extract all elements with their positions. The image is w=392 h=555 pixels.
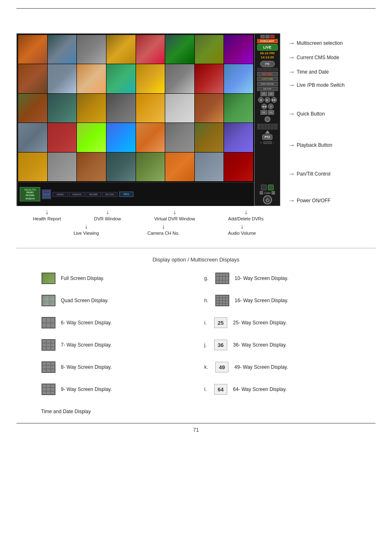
- camera-cell: [106, 94, 136, 123]
- icon-quad-inner: [42, 295, 55, 306]
- iris-entry: IRIS: [119, 192, 134, 197]
- close-btn[interactable]: [270, 35, 274, 38]
- dvr-wrapper: HEALTH DEMO80339B002BA9 DEMO: [16, 33, 280, 206]
- volume-knob[interactable]: [265, 116, 270, 122]
- camera-cell: [106, 35, 136, 64]
- camera-cell: [77, 123, 106, 152]
- letter-49: k.: [204, 364, 208, 370]
- arrow-camera: ↓: [162, 223, 165, 230]
- bottom-labels-row2: ↓ Live Viewing ↓ Camera CH No. ↓ Audio V…: [16, 223, 280, 236]
- label-livepb: Live /PB mode Switch: [297, 82, 345, 88]
- camera-cell: [106, 153, 136, 181]
- arrow-virtual: ↓: [173, 208, 176, 216]
- bl-audio: ↓ Audio Volume: [228, 223, 256, 236]
- live-button[interactable]: LIVE: [257, 44, 278, 51]
- section-divider: [16, 248, 376, 248]
- ptz-slider[interactable]: [263, 141, 272, 144]
- camera-cell: [48, 123, 77, 152]
- label-pantilt: Pan/Tilt Control: [297, 171, 330, 177]
- label-quad: Quad Screen Display.: [61, 298, 108, 303]
- camera-cell: [136, 123, 165, 152]
- display-options-right: g. 10- Way Screen Display. h.: [204, 271, 351, 404]
- badge-64: 64: [214, 384, 227, 395]
- arrow-power: →: [288, 197, 295, 204]
- status-00339b: 00339B: [85, 192, 101, 197]
- play-btn[interactable]: ▶: [265, 97, 270, 103]
- cam-minus[interactable]: −: [260, 191, 263, 194]
- camera-cell: [224, 35, 253, 64]
- page-container: HEALTH DEMO80339B002BA9 DEMO: [0, 0, 392, 449]
- status-00cda: 00 CDA: [102, 192, 118, 197]
- camera-cell: [165, 94, 194, 123]
- icon-six-inner: [42, 317, 55, 328]
- annotation-multiscreen: → Multiscreen selection: [288, 39, 343, 47]
- label-cms: Current CMS Mode: [297, 55, 339, 60]
- setup-button[interactable]: SETUP: [257, 87, 278, 91]
- camera-cell: [18, 123, 47, 152]
- power-button[interactable]: ⏻: [263, 195, 272, 204]
- ptz-plus[interactable]: +: [260, 141, 262, 145]
- icon-full: [41, 271, 56, 286]
- cam-plus[interactable]: +: [272, 191, 275, 194]
- arrow-livepb: →: [288, 81, 295, 89]
- camera-cell: [165, 64, 194, 93]
- health-box: HEALTH DEMO80339B002BA9: [20, 187, 40, 201]
- window-controls: [256, 35, 279, 38]
- camera-cell: [106, 123, 136, 152]
- next-btn[interactable]: ▶▶: [271, 97, 277, 103]
- bl-adddelete: ↓ Add/Delete DVRs: [228, 208, 263, 221]
- ptz-area: PTZ + −: [260, 130, 274, 145]
- bl-dvr: ↓ DVR Window: [94, 208, 121, 221]
- page-number: 71: [16, 427, 376, 433]
- osd-button[interactable]: OSD MODE: [257, 82, 278, 86]
- display-options-grid: Full Screen Display. Quad Screen Display…: [16, 271, 376, 404]
- label-25: 25- Way Screen Display.: [233, 320, 287, 326]
- label-power: Power ON/OFF: [297, 198, 331, 204]
- display-nine: 9- Way Screen Display.: [41, 382, 188, 397]
- prev-btn[interactable]: ◀: [258, 97, 264, 103]
- power-icon-2: [268, 185, 274, 190]
- display-quad: Quad Screen Display.: [41, 293, 188, 308]
- camera-cell: [18, 35, 47, 64]
- camera-cell: [106, 64, 136, 93]
- time-date-display-label: Time and Date Display: [41, 409, 91, 414]
- label-ten: 10- Way Screen Display.: [235, 275, 288, 281]
- playback-buttons: ◀ ▶ ▶▶ ◀◀ ⏸: [256, 97, 279, 109]
- display-options-section: Display option / Multiscreen Displays Fu…: [16, 257, 376, 415]
- rew-btn[interactable]: ◀◀: [261, 104, 267, 109]
- camera-cell: [48, 64, 77, 93]
- letter-ten: g.: [204, 275, 208, 281]
- display-thirtysix: j. 36 36- Way Screen Display.: [204, 338, 351, 352]
- status-demo: DEMO: [53, 192, 68, 197]
- capture-button[interactable]: CAPTURE: [257, 77, 278, 81]
- camera-cell: [18, 153, 47, 181]
- arrow-health: ↓: [45, 208, 48, 216]
- display-twentyfive: i. 25 25- Way Screen Display.: [204, 315, 351, 330]
- control-panel: DVRCLIENT LIVE 09-10 FRI 14:13:25 PB REC…: [255, 33, 280, 206]
- ptz-button[interactable]: PTZ: [262, 134, 272, 140]
- label-full: Full Screen Display.: [61, 275, 104, 281]
- camera-cell: [165, 153, 194, 181]
- minimize-btn[interactable]: [261, 35, 265, 38]
- maximize-btn[interactable]: [265, 35, 270, 38]
- letter-64: l.: [204, 386, 207, 392]
- label-36: 36- Way Screen Display.: [233, 342, 287, 348]
- label-64: 64- Way Screen Display.: [233, 386, 287, 392]
- camera-cell: [48, 35, 77, 64]
- camera-cell: [18, 64, 47, 93]
- ptz-up-arrow[interactable]: [265, 130, 270, 134]
- record-button[interactable]: RECORD: [257, 72, 278, 76]
- label-six: 6- Way Screen Display.: [61, 320, 112, 326]
- ptz-minus[interactable]: −: [273, 141, 275, 145]
- arrow-playback: →: [288, 141, 295, 149]
- icon-seven: [41, 338, 56, 352]
- label-49: 49- Way Screen Display.: [234, 364, 288, 370]
- ff-btn[interactable]: ⏸: [268, 104, 274, 109]
- display-sixtyfour: l. 64 64- Way Screen Display.: [204, 382, 351, 397]
- bl-camera: ↓ Camera CH No.: [148, 223, 180, 236]
- dvr-interface: HEALTH DEMO80339B002BA9 DEMO: [16, 33, 255, 206]
- status-002da9: 002DA9: [69, 192, 85, 197]
- pb-button[interactable]: PB: [260, 61, 275, 67]
- icon-eight: [41, 360, 56, 375]
- grid-display-bar: [257, 124, 278, 130]
